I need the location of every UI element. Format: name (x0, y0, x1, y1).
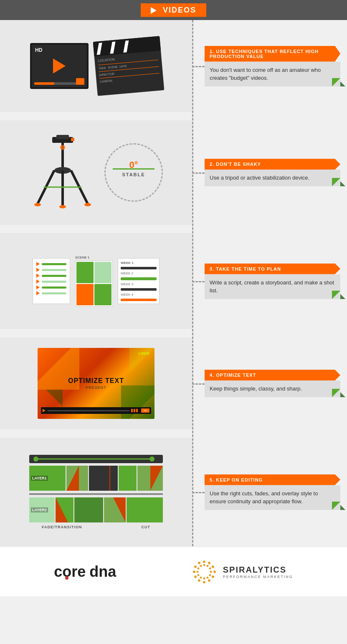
gap-2 (0, 225, 347, 233)
cut-line (109, 466, 110, 491)
tv-screen: HD (30, 43, 89, 89)
l1-seg2-tri (66, 466, 79, 491)
spiralytics-sub: PERFORMANCE MARKETING (223, 575, 293, 579)
timeline-handle-right (149, 456, 155, 461)
week1-bar (121, 267, 157, 269)
tip-title-5: KEEP ON EDITING (216, 477, 263, 482)
svg-point-26 (206, 565, 208, 567)
h-connector-2 (192, 172, 205, 174)
opt-dot-1 (131, 409, 133, 412)
svg-rect-2 (71, 138, 74, 141)
green-chevron-2 (332, 178, 340, 186)
header-title: VIDEOS (163, 6, 196, 14)
layer1-track: LAYER1 (29, 466, 163, 491)
sb-cell-3 (76, 284, 94, 305)
tip-title-4: OPTIMIZE TEXT (216, 373, 256, 378)
gap-3 (0, 329, 347, 337)
opt-subtitle: PRESENT (86, 385, 106, 390)
opt-dot-3 (136, 409, 138, 412)
section-2-illustration: 0° STABLE (0, 120, 192, 225)
script-line-2 (42, 269, 66, 271)
clapper-scene: SCENE (107, 64, 118, 70)
timeline-scrubber (29, 455, 163, 463)
opt-tri-bottom (46, 390, 63, 406)
stripe-3 (110, 41, 115, 53)
section-1-illustration: HD LOCATION (0, 20, 192, 112)
script-line-6 (42, 292, 66, 294)
fade-label: FADE/TRANSITION (42, 525, 82, 529)
spiralytics-text-block: SPIRALYTICS PERFORMANCE MARKETING (223, 565, 293, 579)
core-space (86, 564, 89, 580)
opt-progress-bar (47, 410, 129, 411)
core-dna-logo: c o re dna (54, 563, 116, 581)
edit-labels: FADE/TRANSITION CUT (29, 525, 163, 529)
section-4-tip: 4. OPTIMIZE TEXT Keep things simple, cla… (192, 337, 347, 429)
svg-point-33 (197, 574, 199, 576)
week3-label: WEEK 3 (121, 282, 157, 286)
l2-seg4-tri (113, 497, 126, 522)
hd-label: HD (35, 47, 42, 53)
stable-degree: 0° (129, 160, 138, 170)
core-dot (65, 576, 68, 580)
script-line-5 (42, 287, 66, 289)
header-badge: VIDEOS (141, 3, 206, 17)
section-3: SCENE 1 WEEK 1 WEEK 2 WEEK 3 (0, 233, 347, 329)
stable-circle: 0° STABLE (104, 143, 163, 202)
layer1-label: LAYER1 (31, 476, 48, 481)
l2-seg3 (74, 497, 103, 522)
opt-logo: LOGO (139, 351, 150, 355)
script-arrow-4 (36, 279, 40, 284)
storyboard-page (75, 261, 113, 307)
svg-point-22 (193, 570, 195, 573)
section-5: LAYER1 (0, 438, 347, 546)
svg-point-12 (60, 145, 65, 150)
tip-body-2: Use a tripod or active stabilization dev… (205, 170, 340, 186)
svg-point-17 (212, 576, 214, 578)
svg-point-18 (208, 579, 210, 582)
week3-bar (121, 288, 157, 291)
storyboard-wrapper: SCENE 1 (75, 256, 113, 307)
section-5-illustration: LAYER1 (0, 438, 192, 546)
spiralytics-name: SPIRALYTICS (223, 565, 293, 575)
svg-point-25 (203, 564, 205, 566)
section-4: LOGO OPTIMIZE TEXT PRESENT HD (0, 337, 347, 429)
week2-bar (121, 277, 157, 280)
tip-box-2: 2. DON'T BE SHAKY Use a tripod or active… (205, 159, 340, 186)
opt-bottom-bar: HD (41, 407, 151, 414)
tip-box-5: 5. KEEP ON EDITING Use the right cuts, f… (205, 474, 340, 510)
section-5-tip: 5. KEEP ON EDITING Use the right cuts, f… (192, 438, 347, 546)
opt-dots (131, 409, 138, 412)
section-4-illustration: LOGO OPTIMIZE TEXT PRESENT HD (0, 337, 192, 429)
l1-seg4 (119, 466, 137, 491)
footer: c o re dna (0, 546, 347, 596)
play-icon (151, 7, 157, 14)
stable-label: STABLE (122, 172, 145, 177)
l2-seg4 (104, 497, 126, 522)
tip-box-4: 4. OPTIMIZE TEXT Keep things simple, cla… (205, 370, 340, 397)
tip-box-3: 3. TAKE THE TIME TO PLAN Write a script,… (205, 264, 340, 299)
layer1-segments (29, 466, 163, 491)
track-separator (29, 493, 163, 495)
svg-point-13 (203, 560, 205, 563)
script-page (33, 258, 70, 304)
opt-tri-bottomright (121, 385, 155, 419)
svg-point-8 (34, 203, 41, 206)
schedule-page: WEEK 1 WEEK 2 WEEK 3 WEEK 4 (118, 258, 160, 304)
svg-point-29 (209, 574, 211, 576)
stripe-1 (97, 43, 102, 55)
section-3-tip: 3. TAKE THE TIME TO PLAN Write a script,… (192, 233, 347, 329)
l2-seg5 (127, 497, 163, 522)
week4-bar (121, 299, 157, 301)
tripod-svg (29, 133, 96, 212)
l2-seg2-tri (56, 497, 68, 522)
svg-point-20 (198, 579, 200, 582)
timeline-handle-left (33, 456, 38, 461)
storyboard-label: SCENE 1 (75, 256, 113, 259)
script-line-3 (42, 275, 66, 277)
opt-play-icon (43, 409, 46, 412)
clapper-take: TAKE (99, 66, 106, 71)
h-connector-4 (192, 383, 205, 385)
script-arrow-2 (36, 268, 40, 272)
svg-rect-1 (56, 135, 69, 139)
tip-text-4: Keep things simple, classy, and sharp. (210, 385, 302, 392)
